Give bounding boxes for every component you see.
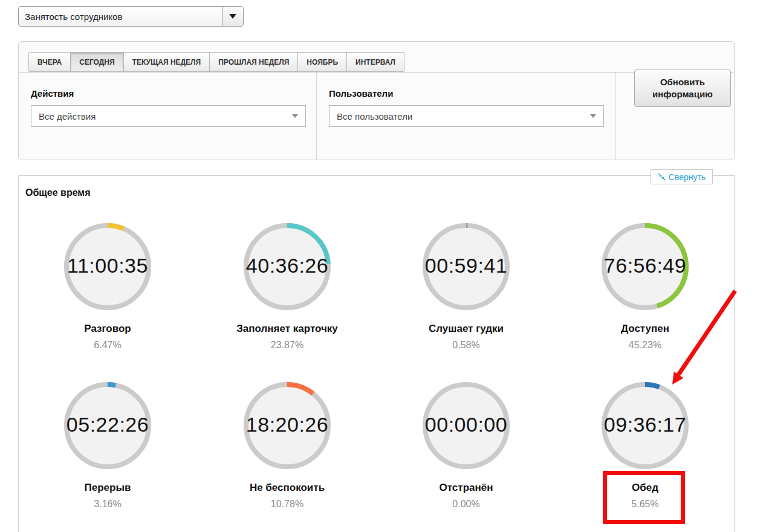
tab-november[interactable]: НОЯБРЬ: [298, 52, 347, 72]
gauge-label: Заполняет карточку: [198, 323, 377, 335]
gauge-ring: 76:56:49: [599, 221, 691, 313]
gauge-fills-card: 40:36:26Заполняет карточку23.87%: [198, 221, 377, 351]
gauge-time: 11:00:35: [62, 254, 154, 277]
collapse-button[interactable]: Свернуть: [651, 169, 713, 184]
users-label: Пользователи: [329, 88, 615, 99]
gauge-ring: 11:00:35: [62, 221, 154, 313]
gauge-time: 40:36:26: [241, 254, 333, 277]
gauge-label: Не беспокоить: [198, 482, 377, 494]
gauge-label: Отстранён: [377, 482, 556, 494]
tab-interval[interactable]: ИНТЕРВАЛ: [347, 52, 404, 72]
dashboard: Занятость сотрудников ВЧЕРА СЕГОДНЯ ТЕКУ…: [0, 0, 766, 532]
gauge-ring: 05:22:26: [62, 380, 154, 472]
chevron-down-icon: [590, 114, 596, 118]
gauge-percent: 23.87%: [198, 340, 377, 351]
collapse-label: Свернуть: [669, 172, 706, 182]
chevron-down-icon: [292, 114, 298, 118]
gauge-time: 09:36:17: [599, 413, 691, 436]
panel-title: Общее время: [25, 187, 91, 198]
report-type-dropdown[interactable]: Занятость сотрудников: [18, 6, 244, 27]
gauge-lunch: 09:36:17Обед5.65%: [556, 380, 735, 510]
report-type-value: Занятость сотрудников: [19, 7, 222, 26]
gauge-time: 18:20:26: [241, 413, 333, 436]
actions-select-value: Все действия: [39, 111, 96, 122]
tab-last-week[interactable]: ПРОШЛАЯ НЕДЕЛЯ: [210, 52, 298, 72]
gauge-time: 00:59:41: [420, 254, 512, 277]
gauge-ring: 09:36:17: [599, 380, 691, 472]
gauge-label: Слушает гудки: [377, 323, 556, 335]
gauge-label: Обед: [556, 482, 735, 494]
refresh-button[interactable]: Обновить информацию: [634, 70, 731, 107]
gauge-listens-ringing: 00:59:41Слушает гудки0.58%: [377, 221, 556, 351]
gauge-percent: 0.58%: [377, 340, 556, 351]
gauge-suspended: 00:00:00Отстранён0.00%: [377, 380, 556, 510]
gauge-percent: 45.23%: [556, 340, 735, 351]
filter-panel: ВЧЕРА СЕГОДНЯ ТЕКУЩАЯ НЕДЕЛЯ ПРОШЛАЯ НЕД…: [18, 41, 735, 160]
gauge-dnd: 18:20:26Не беспокоить10.78%: [198, 380, 377, 510]
gauge-ring: 00:59:41: [420, 221, 512, 313]
gauge-time: 05:22:26: [62, 413, 154, 436]
gauge-percent: 6.47%: [18, 340, 197, 351]
users-filter-cell: Пользователи Все пользователи: [317, 73, 616, 160]
gauge-label: Разговор: [18, 323, 197, 335]
tab-today[interactable]: СЕГОДНЯ: [71, 52, 123, 72]
gauge-percent: 10.78%: [198, 499, 377, 510]
gauge-ring: 00:00:00: [420, 380, 512, 472]
refresh-cell: Обновить информацию: [616, 73, 734, 160]
users-select-value: Все пользователи: [337, 111, 412, 122]
gauge-time: 00:00:00: [420, 413, 512, 436]
period-tabs: ВЧЕРА СЕГОДНЯ ТЕКУЩАЯ НЕДЕЛЯ ПРОШЛАЯ НЕД…: [19, 42, 734, 73]
gauge-available: 76:56:49Доступен45.23%: [556, 221, 735, 351]
gauge-break: 05:22:26Перерыв3.16%: [18, 380, 197, 510]
gauge-percent: 3.16%: [18, 499, 197, 510]
gauge-label: Доступен: [556, 323, 735, 335]
gauge-label: Перерыв: [18, 482, 197, 494]
dropdown-arrow-button[interactable]: [222, 7, 243, 26]
gauge-ring: 18:20:26: [241, 380, 333, 472]
collapse-icon: [658, 173, 666, 181]
actions-filter-cell: Действия Все действия: [19, 73, 317, 160]
actions-label: Действия: [31, 88, 316, 99]
tab-yesterday[interactable]: ВЧЕРА: [28, 52, 71, 72]
chevron-down-icon: [229, 14, 236, 19]
gauge-ring: 40:36:26: [241, 221, 333, 313]
gauge-talk: 11:00:35Разговор6.47%: [18, 221, 197, 351]
gauge-percent: 0.00%: [377, 499, 556, 510]
actions-select[interactable]: Все действия: [31, 105, 306, 127]
gauge-time: 76:56:49: [599, 254, 691, 277]
tab-current-week[interactable]: ТЕКУЩАЯ НЕДЕЛЯ: [124, 52, 210, 72]
gauge-percent: 5.65%: [556, 499, 735, 510]
users-select[interactable]: Все пользователи: [329, 105, 604, 127]
